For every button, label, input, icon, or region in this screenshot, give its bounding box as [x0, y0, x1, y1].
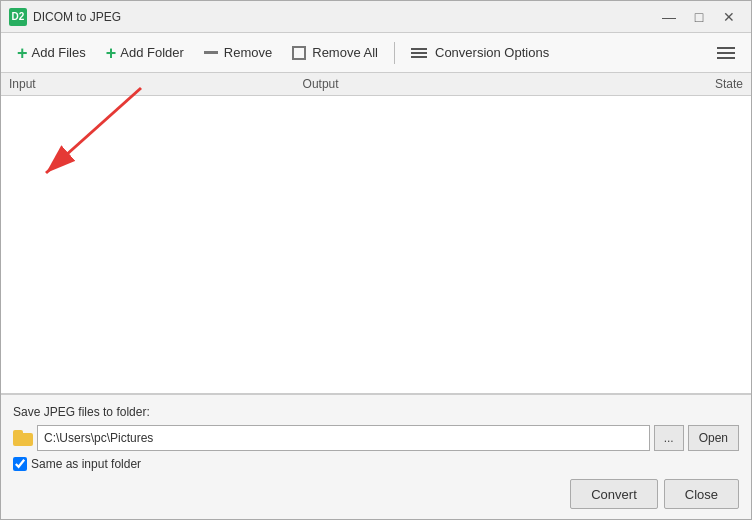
remove-button[interactable]: Remove — [196, 41, 280, 64]
minimize-button[interactable]: — — [655, 6, 683, 28]
conversion-options-icon — [411, 48, 427, 58]
remove-label: Remove — [224, 45, 272, 60]
add-folder-label: Add Folder — [120, 45, 184, 60]
toolbar: + Add Files + Add Folder Remove Remove A… — [1, 33, 751, 73]
bottom-section: Save JPEG files to folder: ... Open Same… — [1, 394, 751, 519]
browse-button[interactable]: ... — [654, 425, 684, 451]
conversion-options-button[interactable]: Conversion Options — [403, 41, 557, 64]
folder-icon — [13, 430, 33, 446]
hamburger-line-3 — [717, 57, 735, 59]
hamburger-line-1 — [717, 47, 735, 49]
add-folder-icon: + — [106, 44, 117, 62]
hamburger-line-2 — [717, 52, 735, 54]
add-folder-button[interactable]: + Add Folder — [98, 40, 192, 66]
same-as-input-checkbox[interactable] — [13, 457, 27, 471]
open-folder-button[interactable]: Open — [688, 425, 739, 451]
toolbar-separator — [394, 42, 395, 64]
app-icon: D2 — [9, 8, 27, 26]
close-window-button[interactable]: ✕ — [715, 6, 743, 28]
remove-all-icon — [292, 46, 306, 60]
remove-icon — [204, 51, 218, 54]
same-as-input-row: Same as input folder — [13, 457, 739, 471]
column-state: State — [596, 77, 743, 91]
close-button[interactable]: Close — [664, 479, 739, 509]
window-controls: — □ ✕ — [655, 6, 743, 28]
remove-all-label: Remove All — [312, 45, 378, 60]
title-bar: D2 DICOM to JPEG — □ ✕ — [1, 1, 751, 33]
main-window: D2 DICOM to JPEG — □ ✕ + Add Files + Add… — [0, 0, 752, 520]
file-list-area: Input Output State — [1, 73, 751, 394]
file-list-header: Input Output State — [1, 73, 751, 96]
folder-row: ... Open — [13, 425, 739, 451]
svg-line-1 — [46, 88, 141, 173]
column-input: Input — [9, 77, 303, 91]
add-files-button[interactable]: + Add Files — [9, 40, 94, 66]
folder-path-input[interactable] — [37, 425, 650, 451]
same-as-input-label[interactable]: Same as input folder — [31, 457, 141, 471]
add-files-icon: + — [17, 44, 28, 62]
save-folder-label: Save JPEG files to folder: — [13, 405, 739, 419]
column-output: Output — [303, 77, 597, 91]
action-buttons-row: Convert Close — [13, 479, 739, 509]
maximize-button[interactable]: □ — [685, 6, 713, 28]
conversion-options-label: Conversion Options — [435, 45, 549, 60]
add-files-label: Add Files — [32, 45, 86, 60]
remove-all-button[interactable]: Remove All — [284, 41, 386, 64]
annotation-arrow — [1, 73, 201, 273]
window-title: DICOM to JPEG — [33, 10, 655, 24]
convert-button[interactable]: Convert — [570, 479, 658, 509]
hamburger-menu-button[interactable] — [709, 41, 743, 65]
